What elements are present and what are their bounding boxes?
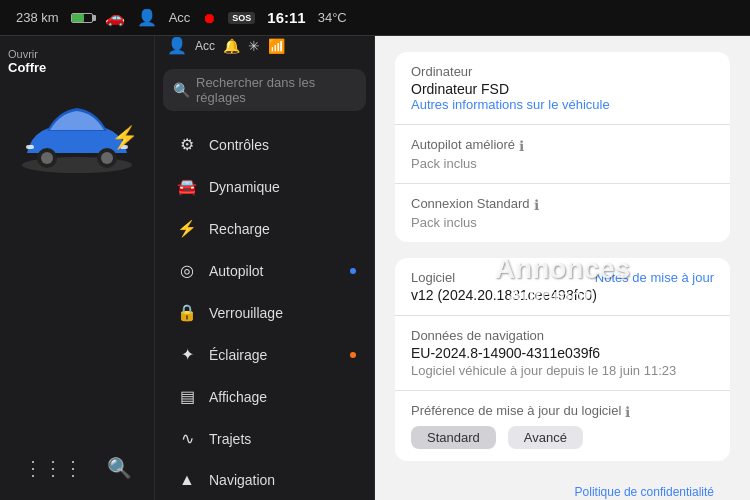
svg-point-2 [41,152,53,164]
computer-value: Ordinateur FSD [411,81,714,97]
svg-point-4 [101,152,113,164]
update-options: Standard Avancé [411,426,714,449]
sidebar-item-verrouillage[interactable]: 🔒Verrouillage [161,292,368,333]
account-icon: 👤 [137,8,157,27]
software-section: Logiciel Notes de mise à jour v12 (2024.… [395,258,730,461]
preference-item: Préférence de mise à jour du logiciel ℹ … [395,391,730,461]
preference-info-icon[interactable]: ℹ [625,404,630,420]
standard-option[interactable]: Standard [411,426,496,449]
sidebar-label-affichage: Affichage [209,389,267,405]
account-label: Acc [169,10,191,25]
preference-label: Préférence de mise à jour du logiciel [411,403,621,418]
software-item: Logiciel Notes de mise à jour v12 (2024.… [395,258,730,316]
sidebar-label-controles: Contrôles [209,137,269,153]
sidebar-item-trajets[interactable]: ∿Trajets [161,418,368,459]
odometer: 238 km [16,10,59,25]
sidebar-label-trajets: Trajets [209,431,251,447]
affichage-icon: ▤ [177,387,197,406]
car-name[interactable]: Coffre [8,60,46,75]
sidebar-label-autopilot: Autopilot [209,263,263,279]
autopilot-value: Pack inclus [411,156,714,171]
software-label: Logiciel [411,270,455,285]
sidebar-item-controles[interactable]: ⚙Contrôles [161,124,368,165]
status-bar: 238 km 🚗 👤 Acc ⏺ SOS 16:11 34°C [0,0,750,36]
nav-data-value: EU-2024.8-14900-4311e039f6 [411,345,714,361]
open-label: Ouvrir [8,48,38,60]
connexion-value: Pack inclus [411,215,714,230]
eclairage-icon: ✦ [177,345,197,364]
autopilot-info-icon[interactable]: ℹ [519,138,524,154]
nav-items-list: ⚙Contrôles🚘Dynamique⚡Recharge◎Autopilot🔒… [155,119,374,500]
autopilot-item: Autopilot amélioré ℹ Pack inclus [395,125,730,184]
verrouillage-icon: 🔒 [177,303,197,322]
computer-item: Ordinateur Ordinateur FSD Autres informa… [395,52,730,125]
sidebar-label-verrouillage: Verrouillage [209,305,283,321]
record-icon: ⏺ [202,10,216,26]
top-status-row: 👤 Acc 🔔 ✳ 📶 [155,36,374,61]
sidebar-label-dynamique: Dynamique [209,179,280,195]
bell-icon: 🔔 [223,38,240,54]
temperature: 34°C [318,10,347,25]
sidebar-item-recharge[interactable]: ⚡Recharge [161,208,368,249]
nav-data-sub: Logiciel véhicule à jour depuis le 18 ju… [411,363,714,378]
nav-data-item: Données de navigation EU-2024.8-14900-43… [395,316,730,391]
search-nav-icon[interactable]: 🔍 [107,456,132,480]
main-layout: Ouvrir Coffre ⚡ [0,36,750,500]
car-image: ⚡ [12,93,142,183]
software-version: v12 (2024.20.1831cee498fc0) [411,287,714,303]
search-icon: 🔍 [173,82,190,98]
connexion-info-icon[interactable]: ℹ [534,197,539,213]
content-panel: Ordinateur Ordinateur FSD Autres informa… [375,36,750,500]
eclairage-dot [350,352,356,358]
nav-data-label: Données de navigation [411,328,714,343]
battery-fill [72,14,84,22]
account-label-2: Acc [195,39,215,53]
sidebar-label-recharge: Recharge [209,221,270,237]
battery-indicator [71,13,93,23]
recharge-icon: ⚡ [177,219,197,238]
vehicle-info-link[interactable]: Autres informations sur le véhicule [411,97,714,112]
connexion-label: Connexion Standard [411,196,530,211]
autopilot-icon: ◎ [177,261,197,280]
sidebar-label-eclairage: Éclairage [209,347,267,363]
confidentialite-link[interactable]: Politique de confidentialité [575,485,714,499]
lightning-icon: ⚡ [111,125,138,151]
sidebar-item-navigation[interactable]: ▲Navigation [161,460,368,500]
navigation-icon: ▲ [177,471,197,489]
account-icon-2: 👤 [167,36,187,55]
trajets-icon: ∿ [177,429,197,448]
autopilot-label: Autopilot amélioré [411,137,515,152]
sidebar-item-dynamique[interactable]: 🚘Dynamique [161,166,368,207]
settings-sidebar: 👤 Acc 🔔 ✳ 📶 🔍 Rechercher dans les réglag… [155,36,375,500]
signal-icon: 📶 [268,38,285,54]
computer-label: Ordinateur [411,64,714,79]
clock: 16:11 [267,9,305,26]
search-placeholder: Rechercher dans les réglages [196,75,356,105]
sidebar-item-autopilot[interactable]: ◎Autopilot [161,250,368,291]
bottom-navigation: ⋮⋮⋮ 🔍 [23,456,132,488]
confidentialite-row: Politique de confidentialité [395,477,730,500]
notes-link[interactable]: Notes de mise à jour [595,270,714,285]
car-icon: 🚗 [105,8,125,27]
computer-section: Ordinateur Ordinateur FSD Autres informa… [395,52,730,242]
controles-icon: ⚙ [177,135,197,154]
sidebar-label-navigation: Navigation [209,472,275,488]
watermark-wrapper: Ordinateur Ordinateur FSD Autres informa… [395,52,730,500]
svg-rect-6 [26,145,34,149]
advanced-option[interactable]: Avancé [508,426,583,449]
car-panel: Ouvrir Coffre ⚡ [0,36,155,500]
software-header-row: Logiciel Notes de mise à jour [411,270,714,287]
autopilot-dot [350,268,356,274]
connexion-item: Connexion Standard ℹ Pack inclus [395,184,730,242]
sos-badge: SOS [228,12,255,24]
bluetooth-icon: ✳ [248,38,260,54]
search-bar[interactable]: 🔍 Rechercher dans les réglages [163,69,366,111]
sidebar-item-eclairage[interactable]: ✦Éclairage [161,334,368,375]
sidebar-item-affichage[interactable]: ▤Affichage [161,376,368,417]
home-icon[interactable]: ⋮⋮⋮ [23,456,83,480]
dynamique-icon: 🚘 [177,177,197,196]
